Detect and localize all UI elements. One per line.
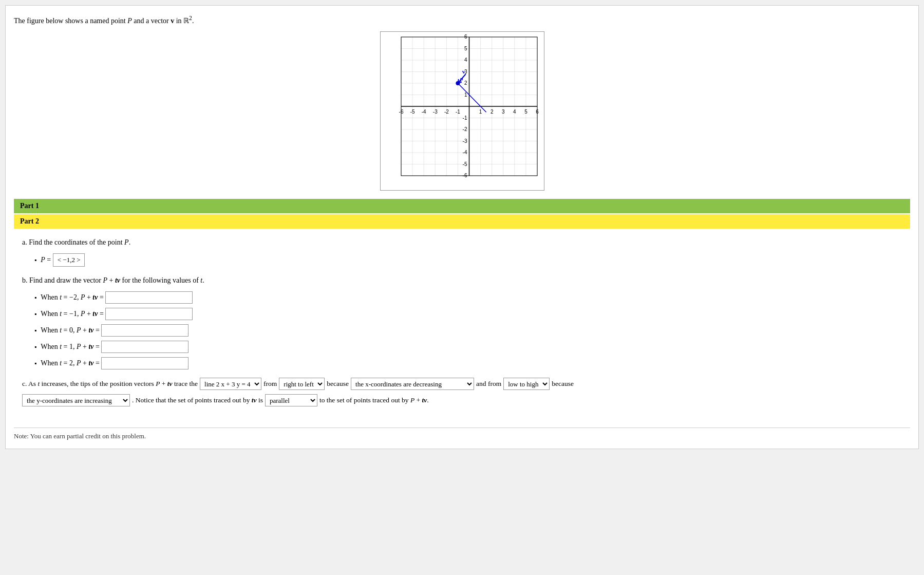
part-b-item-t-1: ▪ When t = 1, P + tv = [34, 341, 902, 353]
part-b-label: b. Find and draw the vector P + tv for t… [22, 275, 902, 286]
part-a-answer-row: ▪ P = < −1,2 > [34, 253, 902, 267]
and-from-label: and from [476, 378, 501, 390]
tab-part2[interactable]: Part 2 [14, 214, 910, 229]
part-a-label: a. Find the coordinates of the point P. [22, 237, 902, 248]
t-neg1-label: When t = −1, P + tv = [41, 308, 105, 319]
t-neg1-input[interactable] [105, 308, 193, 320]
part-c-row2: the y-coordinates are increasing the y-c… [22, 394, 902, 406]
part-c-intro: c. As t increases, the tips of the posit… [22, 378, 198, 390]
bullet-dot: ▪ [34, 309, 36, 319]
t-2-input[interactable] [101, 357, 188, 369]
coordinate-graph [380, 31, 544, 191]
t-neg2-input[interactable] [105, 291, 193, 304]
p-equals-label: P = [41, 254, 52, 265]
because-label-1: because [327, 378, 349, 390]
because-label-2: because [552, 378, 574, 390]
tab-part1[interactable]: Part 1 [14, 199, 910, 213]
t-0-input[interactable] [101, 324, 188, 337]
bullet-dot: ▪ [34, 293, 36, 302]
t-1-input[interactable] [101, 341, 188, 353]
note-area: Note: You can earn partial credit on thi… [14, 428, 910, 440]
y-coord-reason-dropdown[interactable]: the y-coordinates are increasing the y-c… [22, 394, 130, 406]
statement-text: The figure below shows a named point P a… [14, 17, 194, 25]
t-2-label: When t = 2, P + tv = [41, 358, 101, 368]
part-c-row1: c. As t increases, the tips of the posit… [22, 378, 902, 390]
part-a: a. Find the coordinates of the point P. … [22, 237, 902, 267]
t-0-label: When t = 0, P + tv = [41, 325, 101, 336]
t-neg2-label: When t = −2, P + tv = [41, 292, 105, 303]
p-value-display: < −1,2 > [53, 253, 85, 267]
trace-line-dropdown[interactable]: line 2 x + 3 y = 4 line x + y = 1 line x… [200, 378, 261, 390]
part-b-item-t-neg1: ▪ When t = −1, P + tv = [34, 308, 902, 320]
from-label: from [263, 378, 277, 390]
note-text: Note: You can earn partial credit on thi… [14, 432, 146, 440]
direction-dropdown[interactable]: right to left left to right [279, 378, 325, 390]
part-b-item-t-neg2: ▪ When t = −2, P + tv = [34, 291, 902, 304]
part-b-item-t-2: ▪ When t = 2, P + tv = [34, 357, 902, 369]
part-b: b. Find and draw the vector P + tv for t… [22, 275, 902, 369]
bullet-dot: ▪ [34, 326, 36, 335]
t-1-label: When t = 1, P + tv = [41, 341, 101, 352]
part-b-item-t-0: ▪ When t = 0, P + tv = [34, 324, 902, 337]
bullet-dot: ▪ [34, 359, 36, 368]
bullet-dot: ▪ [34, 342, 36, 351]
y-direction-dropdown[interactable]: low to high high to low [503, 378, 550, 390]
tab-bar: Part 1 Part 2 [14, 199, 910, 233]
graph-container [14, 31, 910, 191]
to-set-text: to the set of points traced out by P + t… [319, 394, 429, 406]
part-c: c. As t increases, the tips of the posit… [22, 378, 902, 407]
x-coord-reason-dropdown[interactable]: the x-coordinates are decreasing the x-c… [351, 378, 474, 390]
notice-text: . Notice that the set of points traced o… [132, 394, 263, 406]
problem-statement: The figure below shows a named point P a… [14, 14, 910, 26]
bullet-dot: ▪ [34, 255, 36, 265]
parallel-dropdown[interactable]: parallel perpendicular identical [265, 394, 317, 406]
content-area: a. Find the coordinates of the point P. … [14, 233, 910, 419]
